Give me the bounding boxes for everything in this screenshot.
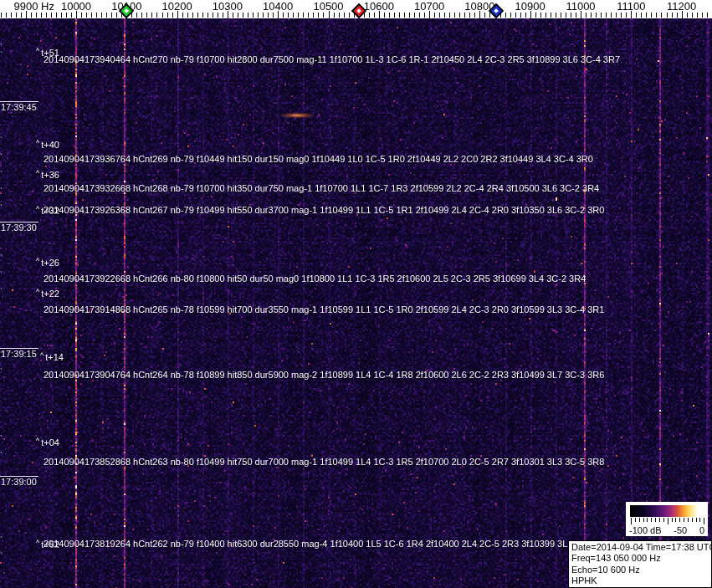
ruler-tick [409, 13, 410, 18]
ruler-tick [591, 13, 592, 18]
ruler-tick [692, 13, 693, 18]
ruler-tick [96, 13, 97, 18]
left-event-mark: ` [0, 54, 3, 59]
info-line: HPHK [571, 575, 711, 586]
event-time-marker: ^t+22 [36, 288, 59, 299]
legend-tick [639, 518, 640, 522]
event-marker-label: t+14 [45, 352, 64, 362]
ruler-tick [151, 13, 152, 18]
ruler-tick [424, 13, 425, 18]
green-diamond-marker[interactable] [119, 3, 134, 18]
event-data-line: 20140904173922668 hCnt266 nb-80 f10800 h… [44, 274, 586, 284]
spectrogram-app: 17:39:4517:39:3017:39:1517:39:00````````… [0, 0, 712, 588]
legend-tick [655, 518, 656, 522]
ruler-tick [31, 13, 32, 18]
ruler-tick [459, 13, 460, 18]
ruler-tick [308, 13, 309, 18]
ruler-tick [651, 13, 652, 18]
ruler-tick [273, 13, 274, 18]
ruler-tick [334, 13, 335, 18]
caret-icon: ^ [36, 437, 39, 445]
caret-icon: ^ [36, 539, 39, 547]
legend-tick [699, 518, 700, 522]
ruler-tick [213, 13, 213, 18]
freq-label: 10600 [364, 0, 394, 13]
left-event-mark: ` [0, 207, 3, 212]
legend-tick [692, 518, 693, 522]
ruler-tick [702, 13, 703, 18]
ruler-tick [46, 13, 47, 18]
left-event-mark: ` [0, 555, 3, 560]
ruler-tick [288, 13, 289, 18]
caret-icon: ^ [36, 47, 39, 55]
ruler-tick [546, 13, 546, 18]
ruler-tick [16, 13, 17, 18]
ruler-tick [515, 13, 516, 18]
left-event-mark: ` [0, 454, 3, 459]
ruler-tick [687, 13, 688, 18]
ruler-tick [611, 13, 612, 18]
ruler-tick [223, 13, 223, 18]
left-event-mark: ` [0, 437, 3, 442]
legend-tick [631, 518, 632, 524]
ruler-tick [146, 13, 147, 18]
legend-tick [668, 518, 668, 524]
ruler-tick [36, 13, 37, 18]
ruler-tick [616, 13, 617, 18]
event-time-marker: ^t+04 [36, 437, 59, 447]
legend-label: -100 dB [629, 525, 662, 535]
left-event-mark: ` [0, 290, 3, 295]
ruler-tick [566, 13, 566, 18]
ruler-tick [156, 13, 157, 18]
db-color-legend: -100 dB-500 [626, 502, 708, 536]
ruler-tick [61, 13, 62, 18]
ruler-tick [248, 13, 248, 18]
ruler-tick [323, 13, 324, 18]
ruler-tick [464, 13, 465, 18]
legend-ticks [630, 518, 705, 524]
ruler-tick [474, 13, 475, 18]
ruler-tick [253, 13, 254, 18]
red-diamond-marker[interactable] [351, 3, 366, 18]
ruler-tick [233, 13, 233, 18]
ruler-tick [192, 13, 193, 18]
caret-icon: ^ [36, 257, 39, 265]
ruler-tick [576, 13, 576, 18]
left-event-mark: ` [0, 156, 3, 161]
legend-tick [679, 518, 680, 522]
ruler-tick [263, 13, 264, 18]
ruler-tick [202, 13, 203, 18]
ruler-tick [520, 13, 521, 18]
db-gradient-bar [630, 505, 704, 517]
ruler-tick [51, 13, 52, 18]
ruler-tick [56, 13, 57, 18]
event-data-line: 20140904173852868 hCnt263 nb-80 f10499 h… [44, 457, 604, 467]
ruler-tick [449, 13, 450, 18]
ruler-tick [187, 13, 188, 18]
event-data-line: 20140904173819264 hCnt262 nb-79 f10400 h… [44, 539, 615, 549]
ruler-tick [661, 13, 662, 18]
ruler-tick [601, 13, 602, 18]
info-box: Date=2014-09-04 Time=17:38 UTCFreq=143 0… [568, 540, 712, 588]
caret-icon: ^ [36, 169, 39, 177]
event-data-line: 20140904173904764 hCnt264 nb-78 f10899 h… [44, 370, 604, 380]
caret-icon: ^ [36, 205, 39, 213]
time-label: 17:39:30 [1, 222, 37, 233]
event-data-line: 20140904173940464 hCnt270 nb-79 f10700 h… [44, 54, 620, 64]
legend-tick [643, 518, 644, 522]
blue-diamond-marker[interactable] [489, 3, 504, 18]
ruler-tick [586, 13, 587, 18]
ruler-tick [707, 13, 708, 18]
event-marker-label: t+04 [41, 437, 59, 447]
ruler-tick [116, 13, 117, 18]
left-event-mark: ` [0, 257, 3, 262]
freq-label: 9900 Hz [13, 0, 54, 13]
ruler-tick [374, 13, 375, 18]
ruler-tick [339, 13, 340, 18]
ruler-tick [419, 13, 420, 18]
ruler-tick [1, 13, 2, 18]
freq-label: 10500 [313, 0, 343, 13]
ruler-tick [672, 13, 673, 18]
ruler-tick [207, 13, 208, 18]
event-time-marker: ^t+26 [36, 257, 59, 268]
